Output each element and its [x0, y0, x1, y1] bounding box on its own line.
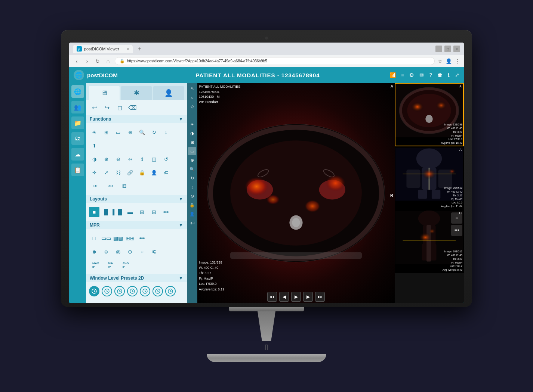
profile-icon[interactable]: 👤 — [446, 58, 452, 64]
playback-play[interactable]: ▶ — [291, 292, 301, 302]
minimize-button[interactable]: − — [435, 46, 442, 52]
layouts-section-header[interactable]: Layouts ▼ — [86, 195, 187, 203]
sidebar-item-reports[interactable]: 📋 — [71, 164, 84, 176]
mpr-shape5[interactable]: ○ — [137, 246, 147, 257]
wl-preset-4[interactable] — [127, 286, 138, 296]
playback-last[interactable]: ⏭ — [315, 292, 325, 302]
tab-display[interactable]: 🖥 — [89, 86, 120, 100]
clear-tool[interactable]: ◻ — [114, 102, 125, 113]
wl-preset-2[interactable] — [102, 286, 112, 296]
help-icon[interactable]: ? — [429, 72, 432, 78]
layout-1x2[interactable]: ▐▌ — [101, 207, 111, 217]
bookmark-icon[interactable]: ☆ — [438, 58, 443, 64]
vt-magnify-tool[interactable]: 🔍 — [188, 165, 196, 173]
arrows-tool[interactable]: ↕ — [161, 127, 171, 137]
menu-icon[interactable]: ⋮ — [455, 58, 460, 64]
playback-prev[interactable]: ◀ — [279, 292, 289, 302]
wl-preset-7[interactable] — [165, 286, 176, 296]
forward-button[interactable]: › — [83, 58, 91, 64]
tab-tools[interactable]: ✱ — [121, 86, 152, 100]
rotate-tool[interactable]: ↻ — [149, 127, 159, 137]
refresh-button[interactable]: ↻ — [94, 58, 101, 64]
list-icon[interactable]: ≡ — [401, 72, 404, 78]
undo-tool[interactable]: ↩ — [89, 102, 99, 113]
vt-brightness-tool[interactable]: ☀ — [188, 120, 196, 128]
avg-ip-btn[interactable]: AVGIP — [119, 260, 132, 270]
playback-next[interactable]: ▶ — [303, 292, 313, 302]
rp-menu-btn[interactable]: ≡ — [451, 212, 462, 224]
redo-tool[interactable]: ↪ — [102, 102, 112, 113]
vt-circle-tool[interactable]: ○ — [188, 93, 196, 102]
layout-3x2[interactable]: ⊟ — [149, 207, 159, 217]
thumbnail-axial[interactable]: Image: 131/299 W: 400 C: 40 Th: 3.27 Fj:… — [395, 83, 464, 146]
unlink-tool[interactable]: 🔗 — [125, 167, 135, 178]
vt-lock2-tool[interactable]: 🔒 — [188, 201, 196, 209]
mpr-shape6[interactable]: ⑆ — [149, 246, 159, 257]
tag-tool[interactable]: 🏷 — [161, 167, 171, 178]
wl-preset-5[interactable] — [140, 286, 150, 296]
new-tab-button[interactable]: + — [136, 45, 144, 53]
mpr-shape4[interactable]: ⊙ — [125, 246, 135, 257]
functions-section-header[interactable]: Functions ▼ — [86, 115, 187, 123]
mpr-shape3[interactable]: ◎ — [113, 246, 123, 257]
playback-first[interactable]: ⏮ — [267, 292, 277, 302]
link-tool[interactable]: ⛓ — [113, 167, 123, 178]
layout-2x2[interactable]: ⊞ — [137, 207, 147, 217]
wl-preset-6[interactable] — [152, 286, 163, 296]
wl-section-header[interactable]: Window Level Presets 2D ▼ — [86, 274, 187, 282]
info-icon[interactable]: ℹ — [448, 72, 450, 78]
maximize-button[interactable]: □ — [444, 46, 451, 52]
back-button[interactable]: ‹ — [73, 58, 80, 64]
crosshair-tool[interactable]: ⊕ — [125, 127, 135, 137]
zoom-out-tool[interactable]: ⊖ — [113, 154, 123, 164]
vt-contrast-tool[interactable]: ◑ — [188, 129, 196, 137]
tab-user[interactable]: 👤 — [153, 86, 184, 100]
gear-icon[interactable]: ⚙ — [409, 72, 414, 78]
sidebar-item-patients[interactable]: 👥 — [71, 101, 84, 113]
vt-updown-tool[interactable]: ↕ — [188, 183, 196, 191]
invert-tool[interactable]: ◫ — [149, 154, 159, 164]
wifi-icon[interactable]: 📶 — [389, 72, 396, 78]
special-tool[interactable]: ⚄ — [119, 181, 129, 191]
zoom-tool[interactable]: 🔍 — [137, 127, 147, 137]
min-ip-btn[interactable]: MINIP — [104, 260, 117, 270]
layout-1x1[interactable]: ■ — [89, 207, 99, 217]
vt-rect-tool[interactable]: ▭ — [188, 147, 196, 155]
wl-preset-1[interactable] — [89, 286, 99, 296]
flip-v-tool[interactable]: ⇕ — [137, 154, 147, 164]
vt-arrow-tool[interactable]: ↖ — [188, 84, 196, 93]
layout-more[interactable]: ••• — [161, 207, 171, 217]
vt-rotate2-tool[interactable]: ↻ — [188, 174, 196, 182]
dt-tool[interactable]: DT — [89, 181, 102, 191]
vt-person2-tool[interactable]: 👤 — [188, 210, 196, 218]
address-bar[interactable]: 🔒 https://www.postdicom.com/Viewer/?App=… — [115, 57, 435, 65]
home-button[interactable]: ⌂ — [104, 58, 112, 64]
rp-more-btn[interactable]: ••• — [451, 225, 462, 236]
mpr-more[interactable]: ••• — [137, 233, 147, 243]
mpr-1[interactable]: □ — [89, 233, 99, 243]
trash-icon[interactable]: 🗑 — [437, 72, 443, 78]
sidebar-item-series[interactable]: 🗂 — [71, 132, 84, 145]
person-tool[interactable]: 👤 — [149, 167, 159, 178]
flip-h-tool[interactable]: ⇔ — [125, 154, 135, 164]
mail-icon[interactable]: ✉ — [419, 72, 424, 78]
sidebar-item-files[interactable]: 📁 — [71, 116, 84, 129]
close-window-button[interactable]: × — [453, 46, 460, 52]
vt-diamond-tool[interactable]: ◇ — [188, 102, 196, 111]
mpr-2[interactable]: ▭▭ — [101, 233, 111, 243]
sidebar-item-upload[interactable]: ☁ — [71, 148, 84, 161]
move-tool[interactable]: ✛ — [89, 167, 99, 178]
exit-icon[interactable]: ⤢ — [455, 72, 459, 78]
mpr-4[interactable]: ⊞⊞ — [125, 233, 135, 243]
vt-minus-tool[interactable]: — — [188, 111, 196, 119]
fit-tool[interactable]: ⤢ — [101, 167, 111, 178]
max-ip-btn[interactable]: MAXIP — [89, 260, 102, 270]
mpr-shape2[interactable]: ☺ — [101, 246, 111, 257]
brightness-tool[interactable]: ☀ — [89, 127, 99, 137]
3d-tool[interactable]: 3D — [104, 181, 117, 191]
browser-tab[interactable]: p postDICOM Viewer × — [73, 45, 133, 53]
layout-1x3[interactable]: ▌▐▌ — [113, 207, 123, 217]
sidebar-item-network[interactable]: 🌐 — [71, 85, 84, 98]
mpr-section-header[interactable]: MPR ▼ — [86, 221, 187, 229]
vt-grid2-tool[interactable]: ⊞ — [188, 138, 196, 146]
